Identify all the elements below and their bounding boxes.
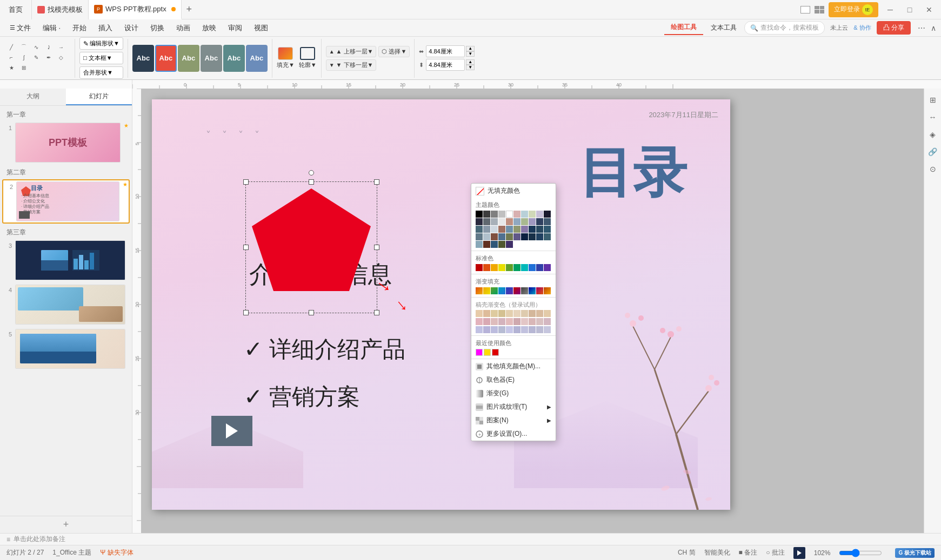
layer-down-button[interactable]: ▼ ▼ 下移一层▼ bbox=[326, 59, 377, 71]
layout-single-icon[interactable] bbox=[800, 6, 810, 14]
color-cell[interactable] bbox=[536, 226, 543, 233]
right-icon-4[interactable]: 🔗 bbox=[926, 145, 940, 159]
gradient-option[interactable]: 渐变(G) bbox=[471, 387, 556, 400]
eraser-tool[interactable]: ◇ bbox=[55, 52, 67, 62]
prem-10[interactable] bbox=[544, 310, 551, 317]
prem-17[interactable] bbox=[521, 318, 528, 325]
play-status-button[interactable] bbox=[793, 547, 805, 559]
slide-item-1[interactable]: 1 PPT模板 ★ bbox=[2, 122, 130, 164]
search-command[interactable]: 🔍 查找命令，搜索模板 bbox=[744, 21, 825, 35]
grad-color-2[interactable] bbox=[483, 287, 490, 294]
width-input[interactable] bbox=[426, 45, 465, 57]
color-cell[interactable] bbox=[536, 233, 543, 240]
prem-8[interactable] bbox=[529, 310, 536, 317]
color-cell[interactable] bbox=[506, 218, 513, 225]
review-btn[interactable]: ○ 批注 bbox=[766, 548, 785, 557]
merge-shapes-button[interactable]: 合并形状▼ bbox=[79, 66, 123, 79]
collab-button[interactable]: & 协作 bbox=[853, 24, 871, 32]
notes-btn[interactable]: ■ 备注 bbox=[739, 548, 758, 557]
color-cell[interactable] bbox=[498, 211, 505, 218]
prem-15[interactable] bbox=[506, 318, 513, 325]
std-color-4[interactable] bbox=[498, 264, 505, 271]
slide-item-3[interactable]: 3 bbox=[2, 239, 130, 281]
std-color-5[interactable] bbox=[506, 264, 513, 271]
tab-slides[interactable]: 幻灯片 bbox=[66, 89, 132, 105]
line-tool[interactable]: ╱ bbox=[5, 42, 17, 52]
drawing-tools-tab[interactable]: 绘图工具 bbox=[664, 21, 703, 35]
beautify-btn[interactable]: 智能美化 bbox=[704, 548, 730, 557]
prem-28[interactable] bbox=[529, 326, 536, 333]
prem-24[interactable] bbox=[498, 326, 505, 333]
grad-color-10[interactable] bbox=[544, 287, 551, 294]
edit-shape-button[interactable]: ✎ 编辑形状▼ bbox=[79, 37, 123, 50]
star-tool[interactable]: ★ bbox=[5, 63, 17, 72]
color-cell[interactable] bbox=[521, 211, 528, 218]
color-cell[interactable] bbox=[498, 241, 505, 248]
text-tools-tab[interactable]: 文本工具 bbox=[704, 21, 743, 35]
style-swatch-5[interactable]: Abc bbox=[223, 45, 245, 72]
color-cell[interactable] bbox=[513, 226, 520, 233]
color-cell[interactable] bbox=[476, 211, 483, 218]
color-cell[interactable] bbox=[513, 218, 520, 225]
layout-grid-icon[interactable] bbox=[815, 6, 824, 14]
color-cell[interactable] bbox=[506, 241, 513, 248]
elbow-connector[interactable]: ⌐ bbox=[5, 52, 17, 62]
color-cell[interactable] bbox=[498, 218, 505, 225]
prem-3[interactable] bbox=[491, 310, 498, 317]
color-cell[interactable] bbox=[491, 226, 498, 233]
std-color-10[interactable] bbox=[544, 264, 551, 271]
grad-color-5[interactable] bbox=[506, 287, 513, 294]
slide-item-2[interactable]: 2 目录 · 介绍基本信息 · 介绍公文化 · 详细介绍产品 · 营销方案 ★ bbox=[2, 179, 130, 224]
register-button[interactable]: 立即登录 tE bbox=[829, 2, 878, 17]
layer-up-button[interactable]: ▲ ▲ 上移一层▼ bbox=[326, 46, 377, 57]
color-cell[interactable] bbox=[476, 233, 483, 240]
prem-6[interactable] bbox=[513, 310, 520, 317]
right-icon-3[interactable]: ◈ bbox=[926, 127, 940, 141]
right-icon-5[interactable]: ⊙ bbox=[926, 162, 940, 176]
prem-14[interactable] bbox=[498, 318, 505, 325]
prem-21[interactable] bbox=[476, 326, 483, 333]
prem-29[interactable] bbox=[536, 326, 543, 333]
color-cell[interactable] bbox=[544, 218, 551, 225]
color-cell[interactable] bbox=[506, 233, 513, 240]
prem-26[interactable] bbox=[513, 326, 520, 333]
color-cell[interactable] bbox=[483, 226, 490, 233]
prem-27[interactable] bbox=[521, 326, 528, 333]
pen-tool[interactable]: ✒ bbox=[43, 52, 55, 62]
eyedropper-option[interactable]: 取色器(E) bbox=[471, 373, 556, 387]
prem-5[interactable] bbox=[506, 310, 513, 317]
std-color-9[interactable] bbox=[536, 264, 543, 271]
tab-outline[interactable]: 大纲 bbox=[0, 89, 66, 105]
color-cell[interactable] bbox=[498, 233, 505, 240]
picture-texture-option[interactable]: 图片或纹理(T) ▶ bbox=[471, 400, 556, 414]
prem-7[interactable] bbox=[521, 310, 528, 317]
prem-1[interactable] bbox=[476, 310, 483, 317]
prem-23[interactable] bbox=[491, 326, 498, 333]
no-fill-option[interactable]: 无填充颜色 bbox=[471, 184, 556, 198]
prem-30[interactable] bbox=[544, 326, 551, 333]
color-cell[interactable] bbox=[483, 211, 490, 218]
outline-button[interactable]: 轮廓▼ bbox=[299, 47, 317, 69]
grad-color-8[interactable] bbox=[529, 287, 536, 294]
width-up-button[interactable]: ▲ bbox=[466, 46, 475, 51]
zoom-slider[interactable] bbox=[839, 549, 882, 557]
style-swatch-4[interactable]: Abc bbox=[201, 45, 222, 72]
color-cell[interactable] bbox=[483, 233, 490, 240]
template-tab[interactable]: 找模壳模板 bbox=[32, 0, 89, 19]
prem-16[interactable] bbox=[513, 318, 520, 325]
grad-color-4[interactable] bbox=[498, 287, 505, 294]
share-button[interactable]: 凸 分享 bbox=[877, 21, 911, 35]
color-cell[interactable] bbox=[536, 218, 543, 225]
right-icon-1[interactable]: ⊞ bbox=[926, 93, 940, 107]
prem-22[interactable] bbox=[483, 326, 490, 333]
color-cell[interactable] bbox=[521, 233, 528, 240]
prem-12[interactable] bbox=[483, 318, 490, 325]
color-cell[interactable] bbox=[491, 218, 498, 225]
style-swatch-2[interactable]: Abc bbox=[155, 45, 177, 72]
recent-1[interactable] bbox=[476, 349, 483, 356]
prem-9[interactable] bbox=[536, 310, 543, 317]
style-swatch-6[interactable]: Abc bbox=[246, 45, 268, 72]
prem-4[interactable] bbox=[498, 310, 505, 317]
std-color-2[interactable] bbox=[483, 264, 490, 271]
color-cell[interactable] bbox=[544, 211, 551, 218]
